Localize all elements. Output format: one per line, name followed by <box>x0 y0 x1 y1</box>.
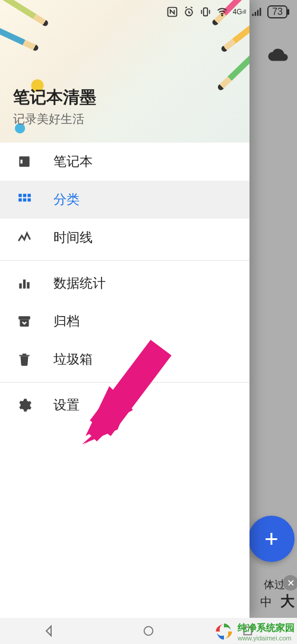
menu-item-category[interactable]: 分类 <box>0 181 249 219</box>
svg-rect-2 <box>203 8 207 15</box>
menu-item-timeline[interactable]: 时间线 <box>0 219 249 257</box>
font-size-mid[interactable]: 中 <box>260 594 272 610</box>
status-bar: 4Gıll 73 <box>0 0 297 24</box>
watermark: 纯净系统家园 www.yidaimei.com <box>214 621 295 642</box>
font-size-big[interactable]: 大 <box>280 592 295 611</box>
trash-icon <box>15 352 33 367</box>
cloud-icon[interactable] <box>267 44 289 70</box>
svg-rect-12 <box>19 283 21 289</box>
nav-home-button[interactable] <box>140 623 157 639</box>
timeline-icon <box>15 230 33 245</box>
menu-item-archive[interactable]: 归档 <box>0 302 249 340</box>
svg-rect-10 <box>23 198 26 201</box>
close-hint-icon[interactable]: ✕ <box>283 575 297 591</box>
signal-icon <box>251 6 263 18</box>
svg-point-3 <box>222 15 223 16</box>
menu-item-label: 笔记本 <box>53 153 93 171</box>
nav-back-button[interactable] <box>41 623 58 639</box>
nfc-icon <box>166 6 178 18</box>
svg-rect-9 <box>18 198 21 201</box>
grid-icon <box>15 192 33 207</box>
svg-rect-15 <box>18 316 30 319</box>
navigation-drawer: 笔记本清墨 记录美好生活 笔记本 分类 时间线 <box>0 0 249 618</box>
menu-item-label: 时间线 <box>53 229 93 247</box>
menu-item-label: 数据统计 <box>53 274 106 292</box>
menu-separator <box>0 260 249 261</box>
svg-rect-14 <box>27 282 29 289</box>
app-subtitle: 记录美好生活 <box>13 111 96 127</box>
svg-rect-11 <box>27 198 30 201</box>
battery-indicator: 73 <box>267 5 287 18</box>
menu-item-label: 设置 <box>53 396 80 414</box>
network-label: 4Gıll <box>233 9 247 15</box>
svg-rect-7 <box>23 194 26 197</box>
menu-item-settings[interactable]: 设置 <box>0 386 249 424</box>
menu-item-trash[interactable]: 垃圾箱 <box>0 340 249 378</box>
svg-point-21 <box>144 627 153 636</box>
svg-rect-6 <box>18 194 21 197</box>
wifi-icon <box>216 6 228 18</box>
drawer-menu: 笔记本 分类 时间线 数据统计 <box>0 143 249 424</box>
menu-item-label: 归档 <box>53 312 80 330</box>
svg-rect-13 <box>23 280 26 289</box>
menu-item-label: 分类 <box>53 191 80 209</box>
svg-rect-8 <box>27 194 30 197</box>
app-title: 笔记本清墨 <box>13 86 96 109</box>
alarm-icon <box>183 6 195 18</box>
fab-add-button[interactable]: + <box>248 516 295 562</box>
notebook-icon <box>15 154 33 169</box>
menu-item-notebook[interactable]: 笔记本 <box>0 143 249 181</box>
watermark-url: www.yidaimei.com <box>238 634 295 642</box>
stats-icon <box>15 276 33 291</box>
archive-icon <box>15 314 33 329</box>
menu-item-stats[interactable]: 数据统计 <box>0 264 249 302</box>
gear-icon <box>15 397 33 413</box>
watermark-logo-icon <box>214 621 234 642</box>
vibrate-icon <box>200 6 211 18</box>
menu-item-label: 垃圾箱 <box>53 351 93 368</box>
watermark-text: 纯净系统家园 <box>238 623 295 633</box>
font-size-options[interactable]: 中 大 <box>260 592 295 611</box>
menu-separator <box>0 382 249 383</box>
svg-rect-5 <box>21 160 23 164</box>
